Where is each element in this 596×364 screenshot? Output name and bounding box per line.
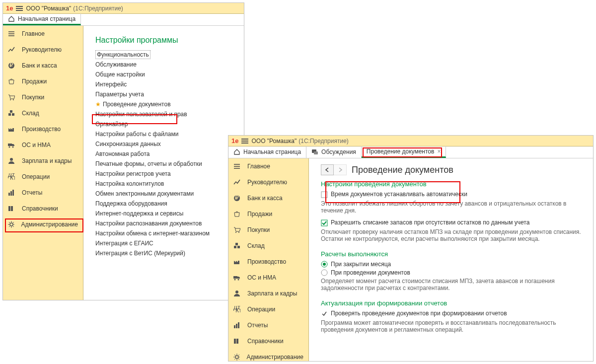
- sidebar-item-label: Склад: [247, 242, 265, 249]
- link-offline[interactable]: Автономная работа: [95, 150, 150, 157]
- link-accounting-params[interactable]: Параметры учета: [95, 91, 144, 98]
- svg-rect-20: [314, 151, 318, 154]
- sidebar-item-references[interactable]: Справочники: [3, 201, 83, 217]
- sidebar-item-bank[interactable]: ₽Банк и касса: [3, 58, 83, 73]
- link-doc-posting[interactable]: Проведение документов: [103, 101, 171, 108]
- checkbox-allow-writeoff[interactable]: Разрешить списание запасов при отсутстви…: [321, 219, 583, 226]
- hamburger-icon[interactable]: [16, 5, 23, 12]
- svg-rect-4: [8, 113, 11, 116]
- svg-rect-6: [10, 110, 12, 113]
- sidebar-item-bank[interactable]: ₽Банк и касса: [228, 190, 308, 206]
- link-doc-recognition[interactable]: Настройки распознавания документов: [95, 220, 202, 227]
- radio-month-close[interactable]: При закрытии месяца: [321, 261, 583, 268]
- checkbox-allow-writeoff-label: Разрешить списание запасов при отсутстви…: [331, 219, 529, 226]
- sidebar-item-production[interactable]: Производство: [3, 121, 83, 137]
- checkbox-auto-time-label: Время документов устанавливать автоматич…: [331, 191, 467, 198]
- sidebar-item-operations[interactable]: ДтКтОперации: [3, 169, 83, 185]
- link-internet-support[interactable]: Интернет-поддержка и сервисы: [95, 210, 183, 217]
- sidebar-item-label: Склад: [22, 110, 39, 117]
- svg-point-2: [10, 99, 11, 100]
- svg-rect-41: [321, 220, 327, 226]
- tab-home[interactable]: Начальная страница: [228, 146, 306, 158]
- discuss-icon: [311, 148, 318, 155]
- link-headers-footers[interactable]: Настройка колонтитулов: [95, 180, 164, 187]
- link-sync[interactable]: Синхронизация данных: [95, 141, 161, 147]
- tab-doc-posting[interactable]: Проведение документов ×: [362, 146, 447, 158]
- tab-home[interactable]: Начальная страница: [3, 13, 81, 25]
- sidebar-item-label: Администрирование: [247, 354, 303, 361]
- sidebar-item-purchase[interactable]: Покупки: [228, 222, 308, 238]
- svg-rect-17: [11, 206, 13, 211]
- bag-icon: [8, 78, 15, 85]
- sidebar-item-label: Зарплата и кадры: [22, 157, 72, 164]
- sidebar-item-reports[interactable]: Отчеты: [3, 185, 83, 201]
- settings-heading: Настройки программы: [95, 36, 234, 45]
- link-organizer[interactable]: Органайзер: [95, 121, 128, 128]
- svg-text:Кт: Кт: [10, 174, 15, 180]
- sidebar-item-sales[interactable]: Продажи: [3, 73, 83, 89]
- sidebar-item-sales[interactable]: Продажи: [228, 206, 308, 222]
- hamburger-icon[interactable]: [241, 138, 248, 145]
- checkbox-auto-time[interactable]: Время документов устанавливать автоматич…: [321, 191, 583, 198]
- link-edm[interactable]: Обмен электронными документами: [95, 190, 194, 197]
- svg-point-29: [234, 279, 236, 281]
- sidebar-item-administration[interactable]: Администрирование: [228, 349, 308, 364]
- close-icon[interactable]: ×: [437, 148, 441, 155]
- sidebar-item-salary[interactable]: Зарплата и кадры: [228, 286, 308, 301]
- link-interface[interactable]: Интерфейс: [95, 81, 127, 88]
- sidebar-item-warehouse[interactable]: Склад: [228, 238, 308, 254]
- person-icon: [8, 157, 15, 164]
- nav-forward-button[interactable]: [334, 164, 347, 175]
- link-file-settings[interactable]: Настройки работы с файлами: [95, 131, 178, 138]
- svg-rect-15: [12, 190, 14, 196]
- svg-point-43: [323, 263, 326, 266]
- sidebar-item-main[interactable]: Главное: [228, 158, 308, 174]
- svg-point-31: [235, 291, 238, 293]
- link-functionality[interactable]: Функциональность: [95, 50, 150, 59]
- books-icon: [8, 205, 15, 212]
- sidebar-item-administration[interactable]: Администрирование: [3, 217, 83, 232]
- checkbox-unchecked-icon: [321, 191, 328, 198]
- link-vetis[interactable]: Интеграция с ВетИС (Меркурий): [95, 250, 185, 257]
- section-actualize-heading: Актуализация при формировании отчетов: [321, 299, 583, 307]
- checkbox-checked-icon: [321, 219, 328, 226]
- link-register-settings[interactable]: Настройки регистров учета: [95, 170, 171, 177]
- svg-text:Кт: Кт: [235, 307, 240, 313]
- link-print-forms[interactable]: Печатные формы, отчеты и обработки: [95, 160, 202, 167]
- sidebar-item-reports[interactable]: Отчеты: [228, 317, 308, 333]
- sidebar-item-manager[interactable]: Руководителю: [3, 42, 83, 58]
- sidebar-item-manager[interactable]: Руководителю: [228, 174, 308, 190]
- sidebar-item-salary[interactable]: Зарплата и кадры: [3, 153, 83, 169]
- nav-back-button[interactable]: [321, 164, 334, 175]
- tab-discussions[interactable]: Обсуждения: [306, 146, 362, 158]
- sidebar-item-label: Отчеты: [22, 189, 42, 196]
- sidebar-item-label: Банк и касса: [22, 62, 57, 69]
- sidebar-item-warehouse[interactable]: Склад: [3, 105, 83, 121]
- checkbox-verify-posting[interactable]: Проверять проведение документов при форм…: [321, 310, 583, 317]
- svg-rect-16: [8, 206, 10, 211]
- sidebar-item-references[interactable]: Справочники: [228, 333, 308, 349]
- help-auto-time: Это позволит избежать лишних оборотов по…: [321, 200, 583, 214]
- sidebar-item-production[interactable]: Производство: [228, 254, 308, 270]
- link-maintenance[interactable]: Обслуживание: [95, 61, 137, 68]
- bars-icon: [233, 322, 240, 329]
- sidebar-item-assets[interactable]: ОС и НМА: [3, 137, 83, 153]
- sidebar-item-purchase[interactable]: Покупки: [3, 89, 83, 105]
- home-icon: [233, 148, 240, 155]
- sidebar-item-operations[interactable]: ДтКтОперации: [228, 301, 308, 317]
- svg-point-30: [238, 279, 239, 281]
- sidebar-item-main[interactable]: Главное: [3, 26, 83, 42]
- link-hardware[interactable]: Поддержка оборудования: [95, 200, 167, 207]
- svg-rect-13: [8, 193, 10, 196]
- link-eshop[interactable]: Настройки обмена с интернет-магазином: [95, 230, 210, 237]
- radio-on-posting[interactable]: При проведении документов: [321, 269, 583, 276]
- svg-point-44: [321, 270, 327, 276]
- link-general[interactable]: Общие настройки: [95, 71, 145, 78]
- sidebar-item-assets[interactable]: ОС и НМА: [228, 270, 308, 286]
- sidebar-item-label: Операции: [247, 306, 275, 313]
- books-icon: [233, 338, 240, 345]
- link-users-rights[interactable]: Настройки пользователей и прав: [95, 111, 187, 118]
- link-egais[interactable]: Интеграция с ЕГАИС: [95, 240, 153, 247]
- sidebar-item-label: Покупки: [22, 94, 44, 101]
- svg-point-18: [10, 223, 13, 226]
